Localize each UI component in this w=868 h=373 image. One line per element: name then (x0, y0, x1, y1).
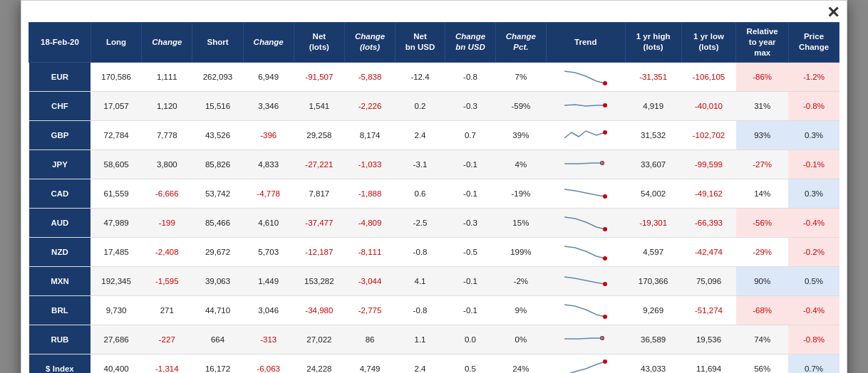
cell: 33,607 (625, 149, 681, 179)
cell: -4,778 (243, 179, 294, 208)
table-row: GBP72,7847,77843,526-39629,2588,1742.40.… (29, 120, 839, 149)
trend-cell (546, 120, 625, 149)
trend-cell (546, 179, 625, 208)
col-net-lots: Net(lots) (294, 23, 344, 63)
cell: -313 (243, 325, 294, 354)
cell: 170,586 (91, 62, 141, 91)
cell: 85,466 (192, 208, 243, 237)
modal: ✕ 18-Feb-20 Long Change Short Change Net… (21, 0, 847, 373)
currency-cell: AUD (29, 208, 91, 237)
cell: -4,809 (345, 208, 396, 237)
svg-point-6 (603, 227, 607, 231)
svg-point-2 (603, 130, 607, 135)
cell: -66,393 (681, 208, 736, 237)
cell: -29% (736, 237, 789, 266)
cell: -2,226 (345, 91, 396, 120)
cell: -1,595 (142, 266, 192, 295)
cell: -6,063 (243, 354, 294, 373)
cell: 85,826 (192, 149, 243, 179)
cell: -0.8 (396, 237, 445, 266)
cell: 4,833 (243, 149, 294, 179)
cell: 74% (736, 325, 789, 354)
col-long: Long (91, 23, 141, 63)
cell: 44,710 (192, 295, 243, 325)
cell: -31,351 (625, 62, 681, 91)
cell: -49,162 (681, 179, 736, 208)
cell: -396 (243, 120, 294, 149)
cell: -0.4% (788, 295, 839, 325)
cell: -6,666 (142, 179, 192, 208)
cell: 7,778 (142, 120, 192, 149)
currency-cell: CAD (29, 179, 91, 208)
trend-cell (546, 354, 625, 373)
cell: 16,172 (192, 354, 243, 373)
cell: 27,022 (294, 325, 344, 354)
cell: 29,258 (294, 120, 344, 149)
table-row: RUB27,686-227664-31327,022861.10.00% 36,… (29, 325, 839, 354)
cell: 0.3% (788, 179, 839, 208)
cell: -99,599 (681, 149, 736, 179)
currency-cell: JPY (29, 149, 91, 179)
col-change-pct: ChangePct. (495, 23, 546, 63)
cell: -12.4 (396, 62, 445, 91)
cell: 4,597 (625, 237, 681, 266)
col-trend: Trend (546, 23, 625, 63)
cell: -0.1 (445, 295, 496, 325)
cell: -42,474 (681, 237, 736, 266)
cell: 90% (736, 266, 789, 295)
cell: -91,507 (294, 62, 344, 91)
cell: 9% (495, 295, 546, 325)
cell: 40,400 (91, 354, 141, 373)
cell: 4,610 (243, 208, 294, 237)
cell: -68% (736, 295, 789, 325)
cell: -0.8% (788, 325, 839, 354)
close-button[interactable]: ✕ (827, 5, 839, 21)
cell: -8,111 (345, 237, 396, 266)
col-yr-low: 1 yr low(lots) (681, 23, 736, 63)
trend-cell (546, 237, 625, 266)
cell: 0.0 (445, 325, 496, 354)
trend-cell (546, 266, 625, 295)
cell: 2.4 (396, 354, 445, 373)
cell: -0.4% (788, 208, 839, 237)
trend-cell (546, 208, 625, 237)
col-change1: Change (142, 23, 192, 63)
currency-cell: NZD (29, 237, 91, 266)
table-row: NZD17,485-2,40829,6725,703-12,187-8,111-… (29, 237, 839, 266)
currency-cell: MXN (29, 266, 91, 295)
cell: 27,686 (91, 325, 141, 354)
cell: -2.5 (396, 208, 445, 237)
cell: 75,096 (681, 266, 736, 295)
col-price-change: PriceChange (788, 23, 839, 63)
cell: 1,541 (294, 91, 344, 120)
currency-cell: EUR (29, 62, 91, 91)
cell: -34,980 (294, 295, 344, 325)
cell: -106,105 (681, 62, 736, 91)
cell: 4,749 (345, 354, 396, 373)
cell: -86% (736, 62, 789, 91)
col-yr-high: 1 yr high(lots) (625, 23, 681, 63)
cell: -102,702 (681, 120, 736, 149)
cell: -37,477 (294, 208, 344, 237)
cell: -2% (495, 266, 546, 295)
svg-point-7 (603, 256, 607, 261)
cell: 53,742 (192, 179, 243, 208)
table-row: CAD61,559-6,66653,742-4,7787,817-1,8880.… (29, 179, 839, 208)
cell: 199% (495, 237, 546, 266)
cell: 47,989 (91, 208, 141, 237)
cell: 0.5 (445, 354, 496, 373)
cell: 262,093 (192, 62, 243, 91)
svg-point-12 (603, 359, 607, 364)
table-row: JPY58,6053,80085,8264,833-27,221-1,033-3… (29, 149, 839, 179)
data-table: 18-Feb-20 Long Change Short Change Net(l… (29, 22, 839, 373)
cell: 8,174 (345, 120, 396, 149)
cell: 1,111 (142, 62, 192, 91)
cell: 14% (736, 179, 789, 208)
currency-cell: BRL (29, 295, 91, 325)
cell: 9,730 (91, 295, 141, 325)
cell: 7,817 (294, 179, 344, 208)
cell: 39% (495, 120, 546, 149)
cell: 153,282 (294, 266, 344, 295)
currency-cell: CHF (29, 91, 91, 120)
cell: -19% (495, 179, 546, 208)
